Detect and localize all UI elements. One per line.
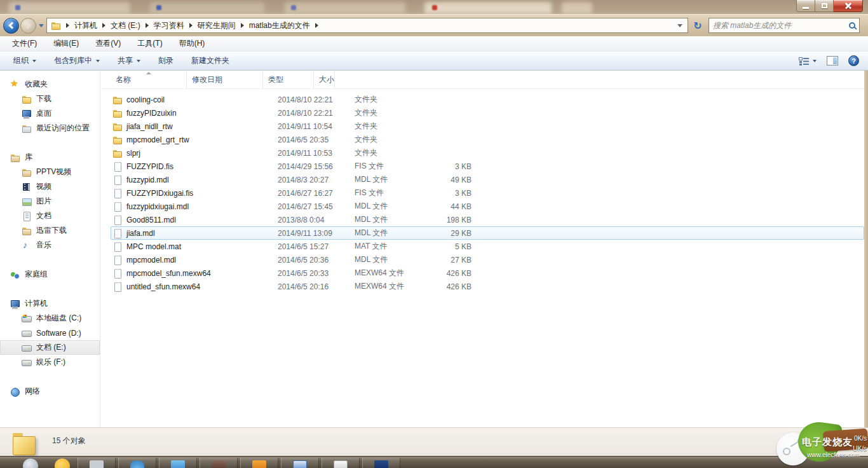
forward-button[interactable] xyxy=(20,18,36,34)
toolbar-button[interactable]: 共享 xyxy=(111,52,147,69)
toolbar-button[interactable]: 组织 xyxy=(6,52,43,69)
file-row[interactable]: FUZZYPIDxiugai.fis 2014/6/27 16:27 FIS 文… xyxy=(111,186,864,200)
sidebar-item-label: 文档 (E:) xyxy=(36,342,66,353)
file-row[interactable]: mpcmodel_sfun.mexw64 2014/6/5 20:33 MEXW… xyxy=(111,266,864,280)
back-button[interactable] xyxy=(3,18,19,34)
taskbar-pinned-icon[interactable] xyxy=(55,458,70,468)
sidebar-item[interactable]: 迅雷下载 xyxy=(0,223,100,238)
sidebar-item[interactable]: 计算机 xyxy=(0,296,100,311)
sidebar-item[interactable]: 收藏夹 xyxy=(0,77,100,92)
restore-button[interactable] xyxy=(815,0,834,12)
file-name: jiafa_nidll_rtw xyxy=(126,122,173,131)
menu-item[interactable]: 帮助(H) xyxy=(173,36,211,51)
breadcrumb-item[interactable]: 计算机 xyxy=(74,20,97,31)
menu-item[interactable]: 文件(F) xyxy=(6,36,43,51)
column-header[interactable]: 大小 xyxy=(314,71,335,88)
file-row[interactable]: MPC model.mat 2014/6/5 15:27 MAT 文件 5 KB xyxy=(111,240,864,253)
sidebar-item[interactable]: 家庭组 xyxy=(0,267,100,282)
toolbar-buttons: 组织 包含到库中 共享 刻录 新 xyxy=(0,52,799,69)
sidebar-item[interactable]: 库 xyxy=(0,150,100,165)
column-header[interactable]: 类型 xyxy=(263,71,314,88)
sidebar-item[interactable]: 下载 xyxy=(0,92,100,106)
sidebar-item[interactable]: 图片 xyxy=(0,194,100,209)
sidebar-item[interactable]: 视频 xyxy=(0,179,100,194)
sidebar-item-label: 下载 xyxy=(36,93,51,104)
sidebar-item[interactable]: 桌面 xyxy=(0,106,100,121)
sidebar-item[interactable]: 本地磁盘 (C:) xyxy=(0,311,100,326)
taskbar-button[interactable] xyxy=(362,458,400,468)
file-row[interactable]: fuzzyPIDzuixin 2014/8/10 22:21 文件夹 xyxy=(111,106,864,120)
file-row[interactable]: cooling-coil 2014/8/10 22:21 文件夹 xyxy=(111,93,864,106)
sidebar-item[interactable]: 最近访问的位置 xyxy=(0,121,100,135)
file-type-cell: MDL 文件 xyxy=(349,214,425,225)
file-row[interactable]: fuzzypid.mdl 2014/8/3 20:27 MDL 文件 49 KB xyxy=(111,173,864,186)
taskbar-app-icon xyxy=(334,460,348,468)
file-type-cell: 文件夹 xyxy=(349,121,425,132)
breadcrumb-item[interactable]: 学习资料 xyxy=(154,20,184,31)
breadcrumb-item[interactable]: matlab生成的文件 xyxy=(249,20,310,31)
taskbar-button[interactable] xyxy=(118,458,156,468)
column-header[interactable]: 名称 xyxy=(111,71,187,88)
help-button[interactable]: ? xyxy=(848,55,859,66)
breadcrumb: 计算机 文档 (E:) 学习资料 研究生期间 matlab生成的文件 xyxy=(61,20,310,31)
file-row[interactable]: untitled_sfun.mexw64 2014/6/5 20:16 MEXW… xyxy=(111,280,864,293)
search-icon[interactable] xyxy=(849,22,855,29)
file-row[interactable]: jiafa_nidll_rtw 2014/9/11 10:54 文件夹 xyxy=(111,120,864,133)
file-name: FUZZYPIDxiugai.fis xyxy=(126,189,193,198)
taskbar-button[interactable] xyxy=(159,458,197,468)
toolbar-button[interactable]: 刻录 xyxy=(151,52,180,69)
file-type-icon xyxy=(112,215,123,225)
file-date-cell: 2014/6/5 20:35 xyxy=(273,135,349,144)
file-row[interactable]: jiafa.mdl 2014/9/11 13:09 MDL 文件 29 KB xyxy=(111,226,864,240)
breadcrumb-item[interactable]: 研究生期间 xyxy=(198,20,236,31)
file-row[interactable]: mpcmodel_grt_rtw 2014/6/5 20:35 文件夹 xyxy=(111,133,864,146)
file-name: FUZZYPID.fis xyxy=(126,162,173,171)
toolbar-button[interactable]: 包含到库中 xyxy=(47,52,107,69)
address-bar[interactable]: 计算机 文档 (E:) 学习资料 研究生期间 matlab生成的文件 xyxy=(46,18,688,33)
taskbar-button[interactable] xyxy=(200,458,238,468)
sidebar-item[interactable]: 娱乐 (F:) xyxy=(0,355,100,369)
file-row[interactable]: FUZZYPID.fis 2014/4/29 15:56 FIS 文件 3 KB xyxy=(111,160,864,173)
status-bar: 15 个对象 xyxy=(0,427,868,456)
taskbar-start-orb[interactable] xyxy=(23,458,38,468)
sidebar-item-icon xyxy=(22,167,32,177)
taskbar-button[interactable] xyxy=(281,458,319,468)
file-name-cell: jiafa.mdl xyxy=(111,228,273,238)
sidebar-item[interactable]: Software (D:) xyxy=(0,326,100,340)
sidebar-item-icon xyxy=(22,313,32,324)
file-row[interactable]: fuzzypidxiugai.mdl 2014/6/27 15:45 MDL 文… xyxy=(111,200,864,213)
column-header-label: 修改日期 xyxy=(192,74,222,85)
minimize-button[interactable] xyxy=(796,0,815,12)
refresh-button[interactable]: ↻ xyxy=(691,18,705,32)
toolbar-button[interactable]: 新建文件夹 xyxy=(184,52,236,69)
close-button[interactable] xyxy=(834,0,863,12)
search-input[interactable] xyxy=(713,21,849,30)
file-row[interactable]: mpcmodel.mdl 2014/6/5 20:36 MDL 文件 27 KB xyxy=(111,253,864,266)
sidebar-item[interactable]: 网络 xyxy=(0,384,100,399)
change-view-button[interactable] xyxy=(799,57,817,65)
taskbar-button[interactable] xyxy=(322,458,360,468)
breadcrumb-item[interactable]: 文档 (E:) xyxy=(111,20,140,31)
column-header[interactable]: 修改日期 xyxy=(187,71,263,88)
background-tab xyxy=(150,2,264,14)
address-dropdown-icon[interactable] xyxy=(677,24,682,27)
network-speed-up: 0K/s xyxy=(854,435,867,442)
menu-item[interactable]: 工具(T) xyxy=(132,36,168,51)
menu-item[interactable]: 编辑(E) xyxy=(48,36,85,51)
menu-item[interactable]: 查看(V) xyxy=(90,36,126,51)
recent-pages-dropdown-icon[interactable] xyxy=(39,24,44,27)
sidebar-item[interactable]: 文档 (E:) xyxy=(0,340,100,355)
taskbar-button[interactable] xyxy=(78,458,116,468)
file-name: fuzzypid.mdl xyxy=(126,176,169,184)
taskbar-button[interactable] xyxy=(240,458,278,468)
sidebar-item[interactable]: 文档 xyxy=(0,209,100,223)
file-row[interactable]: Good8511.mdl 2013/8/8 0:04 MDL 文件 198 KB xyxy=(111,213,864,226)
file-type-cell: MDL 文件 xyxy=(349,201,425,212)
navigation-bar: 计算机 文档 (E:) 学习资料 研究生期间 matlab生成的文件 ↻ xyxy=(0,14,868,36)
file-type-icon xyxy=(112,242,123,252)
file-row[interactable]: slprj 2014/9/11 10:53 文件夹 xyxy=(111,146,864,160)
file-size-cell: 5 KB xyxy=(425,242,476,251)
sidebar-item[interactable]: 音乐 xyxy=(0,238,100,252)
preview-pane-button[interactable] xyxy=(827,56,838,65)
sidebar-item[interactable]: PPTV视频 xyxy=(0,165,100,179)
